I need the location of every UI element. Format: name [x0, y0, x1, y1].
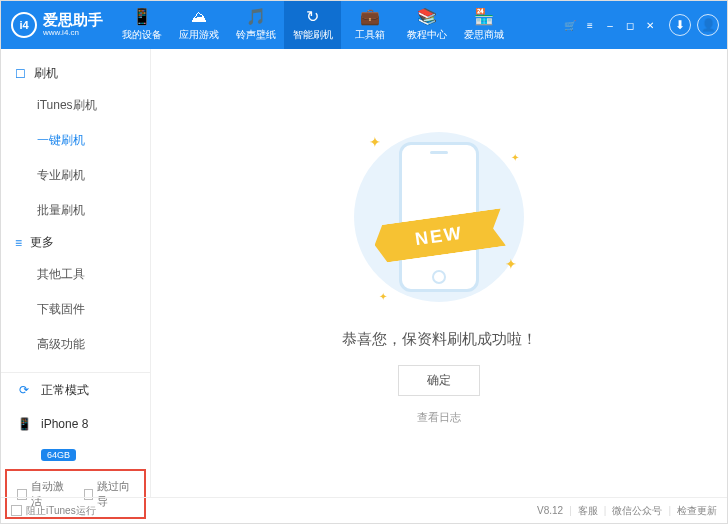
phone-icon: 📱	[15, 415, 33, 433]
nav-item-6[interactable]: 🏪爱思商城	[455, 1, 512, 49]
sidebar-item[interactable]: 高级功能	[1, 327, 150, 362]
sidebar-item[interactable]: 一键刷机	[1, 123, 150, 158]
device-storage-badge: 64GB	[41, 449, 76, 461]
block-itunes-checkbox[interactable]: 阻止iTunes运行	[11, 504, 96, 518]
nav-label: 教程中心	[407, 28, 447, 42]
sidebar-item[interactable]: 其他工具	[1, 257, 150, 292]
nav-label: 工具箱	[355, 28, 385, 42]
status-bar: 阻止iTunes运行 V8.12 | 客服 | 微信公众号 | 检查更新	[1, 497, 727, 523]
nav-item-0[interactable]: 📱我的设备	[113, 1, 170, 49]
nav-label: 智能刷机	[293, 28, 333, 42]
device-mode-row[interactable]: ⟳ 正常模式	[1, 373, 150, 407]
sidebar-item[interactable]: 批量刷机	[1, 193, 150, 228]
download-icon[interactable]: ⬇	[669, 14, 691, 36]
success-message: 恭喜您，保资料刷机成功啦！	[342, 330, 537, 349]
status-link-update[interactable]: 检查更新	[677, 504, 717, 518]
maximize-button[interactable]: ◻	[623, 18, 637, 32]
refresh-icon: ⟳	[15, 381, 33, 399]
view-log-link[interactable]: 查看日志	[417, 410, 461, 425]
nav-icon: ↻	[306, 9, 319, 25]
nav-label: 我的设备	[122, 28, 162, 42]
window-controls: 🛒 ≡ – ◻ ✕	[563, 18, 657, 32]
sidebar-item[interactable]: 下载固件	[1, 292, 150, 327]
version-label: V8.12	[537, 505, 563, 516]
nav-icon: 💼	[360, 9, 380, 25]
nav-icon: 🎵	[246, 9, 266, 25]
logo-badge: i4	[11, 12, 37, 38]
nav-label: 铃声壁纸	[236, 28, 276, 42]
nav-icon: ⛰	[191, 9, 207, 25]
nav-item-4[interactable]: 💼工具箱	[341, 1, 398, 49]
nav-icon: 📱	[132, 9, 152, 25]
group-icon: ☐	[15, 67, 26, 81]
nav-label: 爱思商城	[464, 28, 504, 42]
main-panel: ✦✦✦✦ NEW 恭喜您，保资料刷机成功啦！ 确定 查看日志	[151, 49, 727, 497]
sidebar-item[interactable]: 专业刷机	[1, 158, 150, 193]
device-mode-label: 正常模式	[41, 382, 89, 399]
nav-item-5[interactable]: 📚教程中心	[398, 1, 455, 49]
sidebar-group-header: ☐刷机	[1, 59, 150, 88]
top-nav: 📱我的设备⛰应用游戏🎵铃声壁纸↻智能刷机💼工具箱📚教程中心🏪爱思商城	[113, 1, 512, 49]
app-subtitle: www.i4.cn	[43, 29, 103, 38]
sidebar-group-header: ≡更多	[1, 228, 150, 257]
sidebar-item[interactable]: iTunes刷机	[1, 88, 150, 123]
ok-button[interactable]: 确定	[398, 365, 480, 396]
nav-item-3[interactable]: ↻智能刷机	[284, 1, 341, 49]
group-icon: ≡	[15, 236, 22, 250]
menu-icon[interactable]: ≡	[583, 18, 597, 32]
device-row[interactable]: 📱 iPhone 8 64GB	[1, 407, 150, 465]
titlebar: i4 爱思助手 www.i4.cn 📱我的设备⛰应用游戏🎵铃声壁纸↻智能刷机💼工…	[1, 1, 727, 49]
close-button[interactable]: ✕	[643, 18, 657, 32]
app-title: 爱思助手	[43, 12, 103, 29]
nav-item-2[interactable]: 🎵铃声壁纸	[227, 1, 284, 49]
cart-icon[interactable]: 🛒	[563, 18, 577, 32]
app-logo: i4 爱思助手 www.i4.cn	[1, 12, 113, 38]
sidebar: ☐刷机iTunes刷机一键刷机专业刷机批量刷机≡更多其他工具下载固件高级功能 ⟳…	[1, 49, 151, 497]
nav-icon: 📚	[417, 9, 437, 25]
status-link-support[interactable]: 客服	[578, 504, 598, 518]
user-icon[interactable]: 👤	[697, 14, 719, 36]
status-link-wechat[interactable]: 微信公众号	[612, 504, 662, 518]
nav-icon: 🏪	[474, 9, 494, 25]
nav-label: 应用游戏	[179, 28, 219, 42]
device-name: iPhone 8	[41, 417, 88, 431]
minimize-button[interactable]: –	[603, 18, 617, 32]
nav-item-1[interactable]: ⛰应用游戏	[170, 1, 227, 49]
success-illustration: ✦✦✦✦ NEW	[339, 122, 539, 312]
